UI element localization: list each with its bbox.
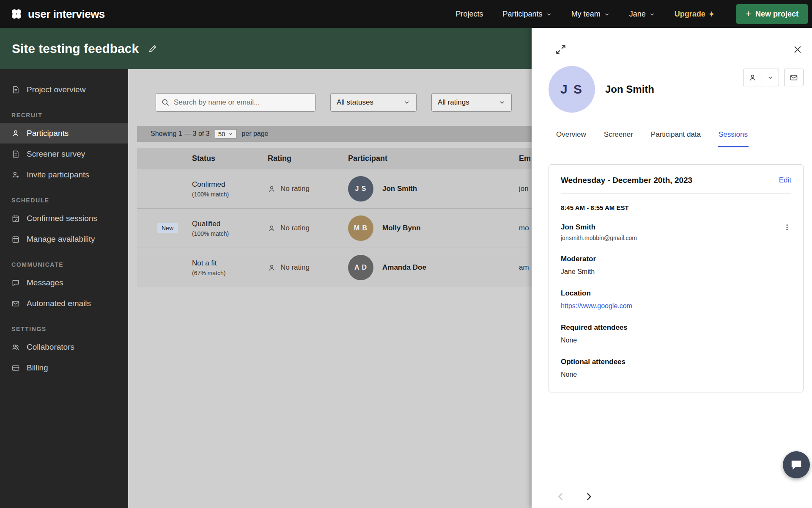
sparkles-icon: ✦ (709, 10, 714, 18)
participant-name: Molly Bynn (382, 224, 421, 232)
session-date: Wednesday - December 20th, 2023 (561, 176, 692, 185)
match-text: (100% match) (192, 191, 268, 198)
chat-bubble-icon (790, 458, 803, 471)
match-text: (100% match) (192, 230, 268, 237)
session-time: 8:45 AM - 8:55 AM EST (561, 204, 791, 211)
previous-session-button[interactable] (555, 491, 566, 502)
session-pager (555, 491, 594, 502)
session-card: Wednesday - December 20th, 2023 Edit 8:4… (549, 164, 804, 392)
people-icon (11, 343, 20, 351)
sidebar-item-automated-emails[interactable]: Automated emails (0, 293, 128, 314)
participant-actions-dropdown[interactable] (743, 69, 779, 86)
panel-tabs: Overview Screener Participant data Sessi… (532, 126, 812, 147)
avatar: M B (348, 215, 373, 241)
per-page-label: per page (241, 130, 268, 138)
sidebar-item-collaborators[interactable]: Collaborators (0, 337, 128, 357)
next-session-button[interactable] (583, 491, 594, 502)
nav-projects[interactable]: Projects (456, 10, 483, 19)
column-status: Status (192, 154, 268, 163)
status-filter-dropdown[interactable]: All statuses (330, 93, 417, 112)
plus-icon: + (746, 9, 751, 19)
document-icon (11, 86, 20, 94)
avatar: J S (348, 176, 373, 202)
person-plus-icon (11, 171, 20, 179)
expand-icon (555, 44, 566, 55)
edit-pencil-icon[interactable] (148, 44, 157, 53)
close-icon (793, 44, 803, 55)
rating-text: No rating (280, 224, 310, 232)
expand-panel-button[interactable] (555, 44, 566, 55)
optional-attendees-label: Optional attendees (561, 358, 791, 366)
status-text: Confirmed (192, 180, 268, 189)
edit-session-link[interactable]: Edit (779, 176, 791, 185)
send-email-button[interactable] (784, 69, 804, 86)
sidebar-section-settings: SETTINGS (0, 326, 128, 332)
envelope-icon (790, 73, 798, 82)
close-panel-button[interactable] (793, 44, 803, 55)
top-navbar: user interviews Projects Participants My… (0, 0, 812, 28)
calendar-check-icon (11, 214, 20, 223)
tab-overview[interactable]: Overview (555, 126, 587, 147)
chat-widget-button[interactable] (783, 451, 810, 478)
session-options-button[interactable] (783, 223, 791, 232)
sidebar-item-confirmed-sessions[interactable]: Confirmed sessions (0, 208, 128, 229)
tab-participant-data[interactable]: Participant data (650, 126, 702, 147)
avatar: A D (348, 255, 373, 280)
location-label: Location (561, 289, 791, 298)
sidebar: Project overview RECRUIT Participants Sc… (0, 69, 128, 508)
match-text: (67% match) (192, 270, 268, 276)
rating-filter-dropdown[interactable]: All ratings (431, 93, 512, 112)
upgrade-link[interactable]: Upgrade ✦ (675, 10, 714, 19)
sidebar-item-messages[interactable]: Messages (0, 272, 128, 293)
moderator-label: Moderator (561, 255, 791, 263)
calendar-icon (11, 235, 20, 243)
sidebar-item-invite-participants[interactable]: Invite participants (0, 164, 128, 185)
sidebar-item-participants[interactable]: Participants (0, 123, 128, 144)
chat-bubble-icon (11, 279, 20, 287)
sidebar-item-manage-availability[interactable]: Manage availability (0, 229, 128, 249)
divider (561, 193, 791, 194)
required-attendees-value: None (561, 337, 791, 344)
column-rating: Rating (268, 154, 348, 163)
rating-text: No rating (280, 185, 310, 193)
participant-name-heading: Jon Smith (605, 83, 743, 95)
new-project-button[interactable]: + New project (736, 4, 808, 24)
participant-detail-panel: J S Jon Smith (532, 28, 812, 508)
person-icon (268, 224, 276, 232)
nav-my-team[interactable]: My team (571, 10, 610, 19)
chevron-down-icon (546, 11, 552, 17)
brand-name: user interviews (28, 8, 105, 21)
kebab-menu-icon (783, 223, 791, 232)
chevron-down-icon (762, 69, 779, 86)
chevron-down-icon (604, 11, 610, 17)
page-size-select[interactable]: 50 (215, 129, 237, 139)
user-interviews-logo-icon (10, 8, 23, 20)
status-text: Qualified (192, 220, 268, 228)
page-title: Site testing feedback (12, 41, 139, 56)
rating-text: No rating (280, 263, 310, 272)
tab-sessions[interactable]: Sessions (718, 126, 749, 147)
person-icon (268, 264, 276, 272)
sidebar-section-communicate: COMMUNICATE (0, 261, 128, 268)
chevron-down-icon (649, 11, 655, 17)
sidebar-item-screener-survey[interactable]: Screener survey (0, 144, 128, 164)
chevron-right-icon (583, 491, 594, 502)
search-box (156, 93, 315, 112)
search-input[interactable] (174, 98, 310, 107)
participant-name: Amanda Doe (382, 263, 426, 272)
participant-name: Jon Smith (382, 185, 417, 193)
moderator-value: Jane Smith (561, 268, 791, 276)
sidebar-item-billing[interactable]: Billing (0, 357, 128, 378)
search-icon (161, 98, 170, 107)
new-badge: New (157, 223, 178, 233)
location-link[interactable]: https://www.google.com (561, 302, 632, 309)
person-icon (11, 129, 20, 138)
sidebar-item-project-overview[interactable]: Project overview (0, 79, 128, 100)
nav-user-jane[interactable]: Jane (629, 10, 655, 19)
envelope-icon (11, 299, 20, 308)
status-text: Not a fit (192, 259, 268, 268)
tab-screener[interactable]: Screener (603, 126, 634, 147)
brand-logo[interactable]: user interviews (10, 8, 105, 21)
optional-attendees-value: None (561, 371, 791, 378)
nav-participants[interactable]: Participants (503, 10, 552, 19)
